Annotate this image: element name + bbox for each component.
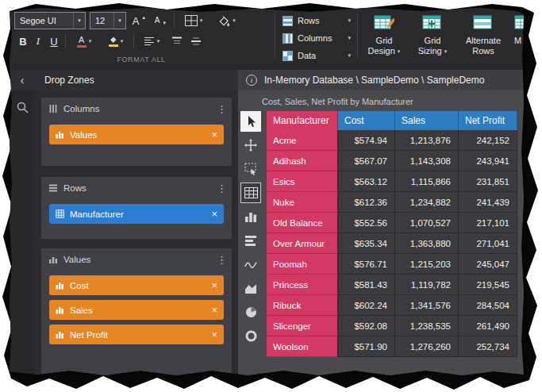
info-icon[interactable]: i bbox=[246, 75, 257, 86]
value-cell[interactable]: 1,234,882 bbox=[395, 192, 459, 213]
value-cell[interactable]: 252,734 bbox=[459, 336, 517, 357]
value-cell[interactable]: 1,238,535 bbox=[395, 316, 459, 336]
text-align-button[interactable]: ▾ bbox=[138, 33, 165, 50]
zone-menu-button[interactable]: ⋮ bbox=[217, 254, 225, 266]
value-cell[interactable]: 1,115,866 bbox=[395, 171, 459, 192]
pill-manufacturer[interactable]: Manufacturer× bbox=[49, 204, 224, 224]
column-header-manufacturer[interactable]: Manufacturer bbox=[267, 111, 338, 130]
fill-color-button[interactable]: ▾ bbox=[212, 12, 242, 29]
vertical-align-middle-button[interactable] bbox=[187, 33, 205, 50]
ribbon-menu-rows[interactable]: Rows ▾ bbox=[283, 13, 351, 29]
row-header-cell[interactable]: Princess bbox=[267, 275, 338, 295]
row-header-cell[interactable]: Old Balance bbox=[267, 213, 338, 233]
drop-area[interactable]: Manufacturer× bbox=[41, 204, 232, 224]
column-header-sales[interactable]: Sales bbox=[395, 111, 459, 130]
bold-button[interactable]: B bbox=[16, 33, 30, 50]
value-cell[interactable]: 261,490 bbox=[459, 316, 517, 336]
value-cell[interactable]: 243,941 bbox=[459, 151, 517, 171]
drop-area[interactable]: Values× bbox=[41, 125, 232, 144]
borders-button[interactable]: ▾ bbox=[179, 12, 209, 29]
row-header-cell[interactable]: Nuke bbox=[267, 192, 338, 213]
remove-pill-button[interactable]: × bbox=[211, 329, 217, 340]
horizontal-bar-tool[interactable] bbox=[240, 230, 261, 251]
underline-button[interactable]: U bbox=[46, 33, 62, 50]
pill-values[interactable]: Values× bbox=[49, 125, 224, 144]
highlight-color-button[interactable]: ▾ bbox=[102, 33, 130, 50]
value-cell[interactable]: $576.71 bbox=[338, 254, 395, 275]
collapse-panel-button[interactable]: ‹ bbox=[10, 70, 35, 90]
pill-net-profit[interactable]: Net Profit× bbox=[49, 325, 224, 344]
value-cell[interactable]: $602.24 bbox=[338, 295, 395, 316]
value-cell[interactable]: $592.08 bbox=[338, 316, 395, 336]
pan-tool[interactable] bbox=[240, 135, 261, 156]
value-cell[interactable]: $612.36 bbox=[338, 192, 395, 213]
value-cell[interactable]: 1,070,527 bbox=[395, 213, 459, 233]
chevron-down-icon: ▾ bbox=[348, 52, 351, 59]
row-header-cell[interactable]: Poomah bbox=[267, 254, 338, 275]
grid-sizing-button[interactable]: Grid Sizing▾ bbox=[409, 10, 456, 64]
value-cell[interactable]: 1,363,880 bbox=[395, 233, 459, 254]
grid-design-button[interactable]: Grid Design▾ bbox=[362, 10, 406, 64]
ring-chart-tool[interactable] bbox=[240, 325, 261, 346]
value-cell[interactable]: 1,215,203 bbox=[395, 254, 459, 275]
font-size-select[interactable]: 12 ▾ bbox=[90, 12, 126, 29]
area-chart-tool[interactable] bbox=[240, 278, 261, 298]
value-cell[interactable]: 271,041 bbox=[459, 233, 517, 254]
value-cell[interactable]: 1,213,876 bbox=[395, 130, 459, 151]
line-chart-tool[interactable] bbox=[240, 254, 261, 275]
value-cell[interactable]: $581.43 bbox=[338, 275, 395, 295]
pointer-tool[interactable] bbox=[240, 111, 261, 132]
remove-pill-button[interactable]: × bbox=[211, 208, 217, 220]
column-header-net-profit[interactable]: Net Profit bbox=[459, 111, 517, 130]
pill-sales[interactable]: Sales× bbox=[49, 300, 224, 320]
vertical-align-top-button[interactable] bbox=[168, 33, 186, 50]
pill-cost[interactable]: Cost× bbox=[49, 275, 224, 295]
grid-visualization-tool[interactable] bbox=[240, 183, 261, 203]
ribbon-menu-data[interactable]: Data ▾ bbox=[283, 48, 351, 63]
ribbon-menu-columns[interactable]: Columns ▾ bbox=[283, 30, 351, 46]
value-cell[interactable]: $552.56 bbox=[338, 213, 395, 233]
row-header-cell[interactable]: Esics bbox=[267, 171, 338, 192]
remove-pill-button[interactable]: × bbox=[211, 129, 217, 140]
marquee-select-tool[interactable] bbox=[240, 159, 261, 179]
row-header-cell[interactable]: Slicenger bbox=[267, 316, 338, 336]
alternate-rows-button[interactable]: Alternate Rows bbox=[459, 10, 508, 64]
row-header-cell[interactable]: Acme bbox=[267, 130, 338, 151]
remove-pill-button[interactable]: × bbox=[211, 279, 217, 291]
value-cell[interactable]: 1,341,576 bbox=[395, 295, 459, 316]
value-cell[interactable]: $635.34 bbox=[338, 233, 395, 254]
value-cell[interactable]: 231,851 bbox=[459, 171, 517, 192]
zone-menu-button[interactable]: ⋮ bbox=[217, 103, 225, 115]
value-cell[interactable]: 219,545 bbox=[459, 275, 517, 295]
row-header-cell[interactable]: Woolson bbox=[267, 336, 338, 357]
value-cell[interactable]: 284,504 bbox=[459, 295, 517, 316]
decrease-font-button[interactable]: A▼ bbox=[151, 12, 171, 29]
remove-pill-button[interactable]: × bbox=[211, 304, 217, 316]
value-cell[interactable]: $574.94 bbox=[338, 130, 395, 151]
bar-chart-tool[interactable] bbox=[240, 206, 261, 227]
row-header-cell[interactable]: Ribuck bbox=[267, 295, 338, 316]
search-icon[interactable] bbox=[16, 101, 29, 113]
font-family-select[interactable]: Segoe UI ▾ bbox=[14, 12, 86, 29]
value-cell[interactable]: $563.12 bbox=[338, 171, 395, 192]
row-header-cell[interactable]: Adihash bbox=[267, 151, 338, 171]
increase-font-button[interactable]: A▲ bbox=[129, 12, 149, 29]
zone-menu-button[interactable]: ⋮ bbox=[217, 183, 225, 194]
more-ribbon-button[interactable]: M bbox=[509, 10, 524, 64]
drop-area[interactable]: Cost×Sales×Net Profit× bbox=[41, 275, 232, 344]
value-cell[interactable]: 1,143,308 bbox=[395, 151, 459, 171]
value-cell[interactable]: 1,276,260 bbox=[395, 336, 459, 357]
value-cell[interactable]: 217,101 bbox=[459, 213, 517, 233]
value-cell[interactable]: 245,047 bbox=[459, 254, 517, 275]
row-header-cell[interactable]: Over Armour bbox=[267, 233, 338, 254]
pie-chart-tool[interactable] bbox=[240, 302, 261, 322]
chevron-down-icon: ▾ bbox=[113, 13, 125, 29]
value-cell[interactable]: 242,152 bbox=[459, 130, 517, 151]
value-cell[interactable]: $567.07 bbox=[338, 151, 395, 171]
font-color-button[interactable]: A ▾ bbox=[70, 33, 98, 50]
italic-button[interactable]: I bbox=[32, 33, 44, 50]
value-cell[interactable]: 1,119,782 bbox=[395, 275, 459, 295]
column-header-cost[interactable]: Cost bbox=[338, 111, 395, 130]
value-cell[interactable]: $571.90 bbox=[338, 336, 395, 357]
value-cell[interactable]: 241,439 bbox=[459, 192, 517, 213]
